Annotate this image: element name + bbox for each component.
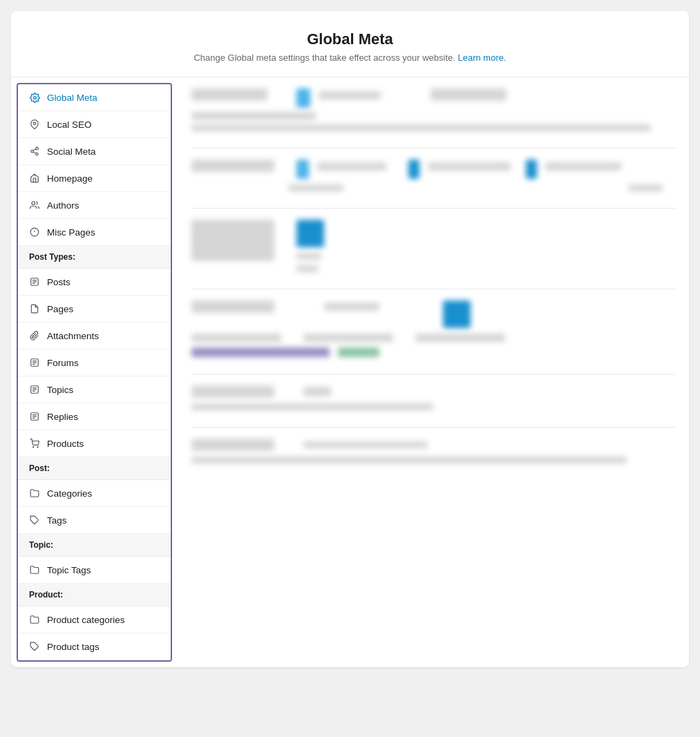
svg-point-3 [31, 150, 34, 153]
page-subtitle: Change Global meta settings that take ef… [25, 52, 675, 63]
main-content [178, 77, 689, 667]
sidebar-label-pages: Pages [47, 304, 73, 314]
sidebar-label-categories: Categories [47, 488, 92, 499]
main-card: Global Meta Change Global meta settings … [11, 11, 689, 667]
sidebar-label-topic-tags: Topic Tags [47, 565, 91, 575]
content-row-5 [191, 385, 675, 410]
cart-icon [29, 438, 40, 449]
svg-point-27 [33, 447, 34, 448]
learn-more-link[interactable]: Learn more [457, 52, 503, 63]
sidebar-item-products[interactable]: Products [18, 430, 171, 457]
page-header: Global Meta Change Global meta settings … [11, 11, 689, 77]
sidebar-item-homepage[interactable]: Homepage [18, 165, 171, 192]
sidebar-label-global-meta: Global Meta [47, 93, 97, 103]
section-post: Post: [18, 457, 171, 480]
tag-icon [29, 515, 40, 526]
sidebar-item-global-meta[interactable]: Global Meta [18, 84, 171, 111]
sidebar-label-tags: Tags [47, 515, 67, 526]
sidebar-label-products: Products [47, 439, 84, 449]
section-topic: Topic: [18, 534, 171, 557]
sidebar-item-replies[interactable]: Replies [18, 403, 171, 430]
content-row-4 [191, 300, 675, 357]
sidebar-label-product-tags: Product tags [47, 642, 100, 652]
svg-point-0 [33, 96, 36, 99]
sidebar-label-local-seo: Local SEO [47, 119, 92, 130]
posts-icon [29, 276, 40, 287]
users-icon [29, 200, 40, 211]
svg-point-4 [36, 153, 39, 155]
sidebar-item-categories[interactable]: Categories [18, 480, 171, 507]
gear-icon [29, 92, 40, 103]
sidebar-label-authors: Authors [47, 200, 79, 211]
content-row-3 [191, 220, 675, 272]
sidebar-item-topic-tags[interactable]: Topic Tags [18, 557, 171, 584]
folder-icon [29, 488, 40, 499]
sidebar-label-topics: Topics [47, 385, 73, 395]
sidebar-item-posts[interactable]: Posts [18, 269, 171, 296]
product-tags-icon [29, 641, 40, 652]
forums-icon [29, 357, 40, 368]
sidebar-item-topics[interactable]: Topics [18, 376, 171, 403]
sidebar-label-forums: Forums [47, 358, 79, 368]
svg-line-5 [33, 152, 36, 153]
svg-point-7 [32, 202, 35, 205]
sidebar-item-attachments[interactable]: Attachments [18, 323, 171, 350]
page-wrapper: Global Meta Change Global meta settings … [0, 0, 700, 737]
content-row-6 [191, 439, 675, 463]
sidebar-item-forums[interactable]: Forums [18, 350, 171, 376]
sidebar-label-posts: Posts [47, 277, 70, 287]
share-icon [29, 146, 40, 157]
sidebar-item-social-meta[interactable]: Social Meta [18, 138, 171, 165]
circle-icon [29, 227, 40, 238]
sidebar-item-pages[interactable]: Pages [18, 296, 171, 323]
sidebar-item-product-tags[interactable]: Product tags [18, 633, 171, 660]
sidebar-label-attachments: Attachments [47, 331, 99, 341]
paperclip-icon [29, 330, 40, 341]
svg-point-2 [36, 147, 39, 150]
sidebar-label-replies: Replies [47, 412, 78, 422]
sidebar: Global Meta Local SEO [17, 83, 172, 662]
sidebar-label-homepage: Homepage [47, 173, 93, 184]
section-post-types: Post Types: [18, 246, 171, 269]
product-categories-icon [29, 614, 40, 625]
sidebar-label-misc-pages: Misc Pages [47, 227, 95, 238]
content-area: Global Meta Local SEO [11, 77, 689, 667]
page-title: Global Meta [25, 30, 675, 48]
content-row-1 [191, 88, 675, 131]
sidebar-item-misc-pages[interactable]: Misc Pages [18, 219, 171, 246]
sidebar-item-tags[interactable]: Tags [18, 507, 171, 534]
section-product: Product: [18, 584, 171, 606]
replies-icon [29, 411, 40, 422]
topic-tags-icon [29, 564, 40, 575]
sidebar-item-local-seo[interactable]: Local SEO [18, 111, 171, 138]
sidebar-label-social-meta: Social Meta [47, 146, 96, 157]
home-icon [29, 173, 40, 184]
sidebar-label-product-categories: Product categories [47, 615, 125, 625]
pin-icon [29, 119, 40, 130]
svg-point-1 [33, 122, 36, 125]
pages-icon [29, 303, 40, 314]
topics-icon [29, 384, 40, 395]
sidebar-item-authors[interactable]: Authors [18, 192, 171, 219]
svg-line-6 [33, 149, 36, 151]
content-row-2 [191, 160, 675, 191]
svg-point-28 [37, 447, 38, 448]
sidebar-item-product-categories[interactable]: Product categories [18, 606, 171, 633]
